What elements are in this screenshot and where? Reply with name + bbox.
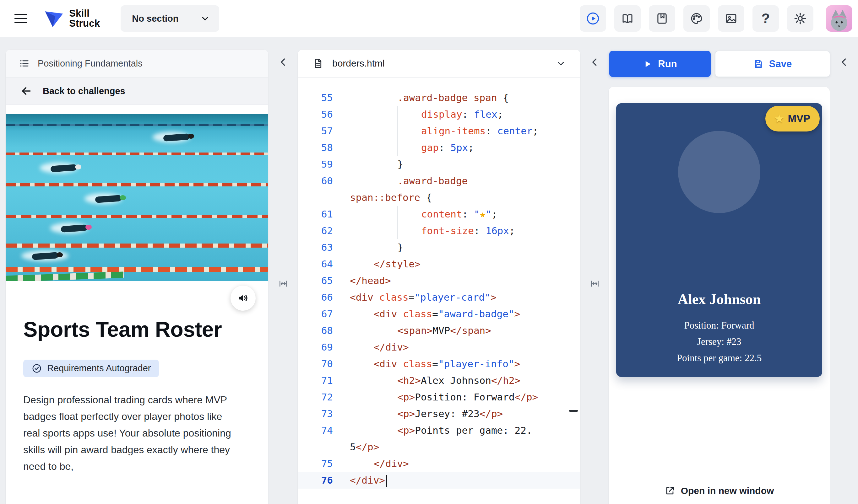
course-header[interactable]: Positioning Fundamentals	[6, 50, 268, 78]
assets-button[interactable]	[718, 5, 744, 32]
text-cursor	[386, 475, 387, 487]
code-line[interactable]: 71<h2>Alex Johnson</h2>	[298, 372, 581, 389]
code-line[interactable]: 72<p>Position: Forward</p>	[298, 389, 581, 405]
code-line[interactable]: 70<div class="player-info">	[298, 356, 581, 372]
panel-resize-handle[interactable]	[587, 274, 603, 294]
code-line[interactable]: 69</div>	[298, 339, 581, 356]
speaker-icon	[237, 292, 249, 305]
user-avatar[interactable]	[826, 5, 852, 32]
code-line[interactable]: 61content: "★";	[298, 206, 581, 223]
swimmer	[84, 192, 131, 208]
video-tutorials-button[interactable]	[580, 5, 606, 32]
settings-button[interactable]	[787, 5, 813, 32]
line-number: 61	[298, 206, 333, 223]
code-editor-panel: borders.html 55.award-badge span {56disp…	[298, 49, 581, 504]
save-label: Save	[769, 59, 792, 70]
code-line[interactable]: 56display: flex;	[298, 106, 581, 123]
section-selector-label: No section	[132, 14, 178, 24]
hamburger-icon	[14, 14, 27, 15]
line-number: 75	[298, 455, 333, 472]
back-link-label: Back to challenges	[43, 86, 125, 96]
open-in-new-window-button[interactable]: Open in new window	[609, 477, 830, 504]
lane-rope	[6, 183, 268, 186]
section-selector[interactable]: No section	[121, 5, 219, 32]
line-number: 64	[298, 256, 333, 272]
code-line[interactable]: 55.award-badge span {	[298, 90, 581, 106]
lesson-photo-swimmers	[6, 114, 268, 281]
code-line[interactable]: 59}	[298, 156, 581, 173]
code-line[interactable]: 5</p>	[298, 439, 581, 455]
read-aloud-button[interactable]	[231, 286, 256, 311]
scrollbar-marker[interactable]	[569, 410, 578, 412]
curriculum-button[interactable]	[614, 5, 641, 32]
file-name: borders.html	[332, 58, 385, 69]
line-number: 76	[298, 472, 333, 489]
collapse-preview-panel-button[interactable]	[836, 54, 852, 70]
line-number: 70	[298, 356, 333, 372]
swimmer	[40, 161, 87, 177]
line-number: 59	[298, 156, 333, 173]
chevron-left-icon	[279, 58, 288, 67]
file-selector-button[interactable]	[556, 59, 566, 68]
code-line[interactable]: 68<span>MVP</span>	[298, 322, 581, 339]
code-line[interactable]: span::before {	[298, 189, 581, 206]
code-line[interactable]: 60.award-badge	[298, 173, 581, 189]
question-mark-icon: ?	[762, 11, 770, 26]
code-line[interactable]: 66<div class="player-card">	[298, 289, 581, 306]
run-button[interactable]: Run	[609, 51, 711, 77]
audio-row	[6, 281, 268, 311]
autograder-badge: Requirements Autograder	[23, 360, 159, 377]
lesson-description: Design professional trading cards where …	[23, 392, 240, 475]
panel-resize-handle[interactable]	[275, 274, 291, 294]
lane-rope	[6, 152, 268, 155]
code-line[interactable]: 75</div>	[298, 455, 581, 472]
help-button[interactable]: ?	[752, 5, 779, 32]
code-line[interactable]: 74<p>Points per game: 22.	[298, 422, 581, 439]
lane-rope	[6, 272, 124, 281]
swimmer	[21, 249, 68, 265]
collapse-lesson-panel-button[interactable]	[275, 54, 291, 70]
player-points: Points per game: 22.5	[616, 350, 822, 366]
arrow-left-icon	[21, 85, 32, 97]
line-number	[298, 439, 333, 455]
swimmer	[50, 222, 97, 237]
code-line[interactable]: 62font-size: 16px;	[298, 223, 581, 239]
play-icon	[643, 59, 652, 69]
code-line[interactable]: 73<p>Jersey: #23</p>	[298, 405, 581, 422]
line-number: 66	[298, 289, 333, 306]
drag-handle-icon	[589, 278, 601, 290]
save-icon	[753, 59, 763, 69]
line-number: 67	[298, 306, 333, 322]
collapse-editor-panel-button[interactable]	[587, 54, 603, 70]
topbar-actions: ?	[580, 5, 852, 32]
line-number: 63	[298, 239, 333, 256]
code-line[interactable]: 63}	[298, 239, 581, 256]
topbar: Skill Struck No section ?	[0, 0, 858, 37]
journal-button[interactable]	[649, 5, 675, 32]
list-icon	[19, 58, 30, 69]
logo-line-2: Struck	[69, 18, 100, 29]
code-line[interactable]: 67<div class="award-badge">	[298, 306, 581, 322]
code-line[interactable]: 65</head>	[298, 272, 581, 289]
code-line[interactable]: 58gap: 5px;	[298, 139, 581, 156]
external-link-icon	[665, 486, 675, 496]
code-line[interactable]: 57align-items: center;	[298, 123, 581, 139]
logo[interactable]: Skill Struck	[43, 8, 100, 29]
themes-button[interactable]	[683, 5, 710, 32]
save-button[interactable]: Save	[715, 51, 830, 77]
run-label: Run	[658, 59, 677, 70]
back-to-challenges[interactable]: Back to challenges	[6, 78, 268, 105]
lane-rope	[6, 215, 268, 218]
star-icon: ★	[775, 113, 784, 125]
cat-avatar-icon	[827, 8, 851, 32]
line-number: 65	[298, 272, 333, 289]
bookmark-page-icon	[655, 12, 669, 25]
line-number: 62	[298, 223, 333, 239]
logo-text: Skill Struck	[69, 9, 100, 29]
autograder-label: Requirements Autograder	[47, 363, 151, 373]
code-line[interactable]: 64</style>	[298, 256, 581, 272]
menu-button[interactable]	[14, 12, 31, 26]
code-area[interactable]: 55.award-badge span {56display: flex;57a…	[298, 78, 581, 489]
line-number: 58	[298, 139, 333, 156]
code-line[interactable]: 76</div>	[298, 472, 581, 489]
